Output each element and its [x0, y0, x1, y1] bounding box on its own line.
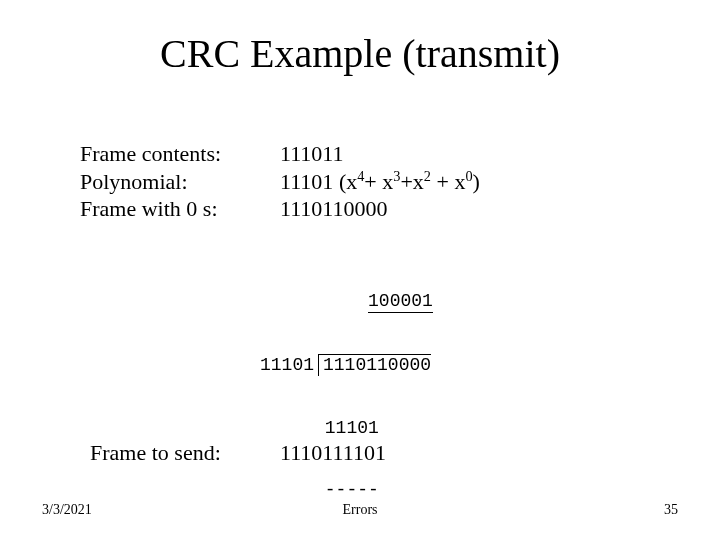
pad1 [260, 480, 325, 500]
value-frame-contents: 111011 [280, 140, 480, 168]
polynomial-expr: (x4+ x3+x2 + x0) [339, 169, 480, 194]
quotient: 100001 [368, 291, 433, 313]
label-frame-contents: Frame contents: [80, 140, 221, 168]
label-frame-to-send: Frame to send: [90, 440, 221, 466]
slide-title: CRC Example (transmit) [0, 30, 720, 77]
label-block: Frame contents: Polynomial: Frame with 0… [80, 140, 221, 223]
value-polynomial: 11101 (x4+ x3+x2 + x0) [280, 168, 480, 196]
exp-d: 0 [465, 167, 472, 183]
division-row: 111011110110000 [260, 354, 444, 376]
footer-page: 35 [664, 502, 678, 518]
divisor: 11101 [260, 355, 318, 376]
label-polynomial: Polynomial: [80, 168, 221, 196]
step-0: 11101 [260, 418, 444, 439]
pad0 [260, 418, 325, 438]
s1: ----- [325, 480, 379, 500]
exp-b: 3 [393, 167, 400, 183]
s0: 11101 [325, 418, 379, 438]
exp-a: 4 [357, 167, 364, 183]
long-division: 100001 111011110110000 11101 ----- 10000… [260, 250, 444, 540]
label-frame-with-0s: Frame with 0 s: [80, 195, 221, 223]
step-1: ----- [260, 480, 444, 501]
polynomial-bits: 11101 [280, 169, 333, 194]
value-frame-to-send: 1110111101 [280, 440, 386, 466]
dividend: 1110110000 [318, 354, 431, 376]
value-block: 111011 11101 (x4+ x3+x2 + x0) 1110110000 [280, 140, 480, 223]
exp-c: 2 [424, 167, 431, 183]
footer-center: Errors [0, 502, 720, 518]
slide: CRC Example (transmit) Frame contents: P… [0, 0, 720, 540]
quotient-row: 100001 [260, 291, 444, 313]
value-frame-with-0s: 1110110000 [280, 195, 480, 223]
quotient-pad [260, 291, 368, 311]
